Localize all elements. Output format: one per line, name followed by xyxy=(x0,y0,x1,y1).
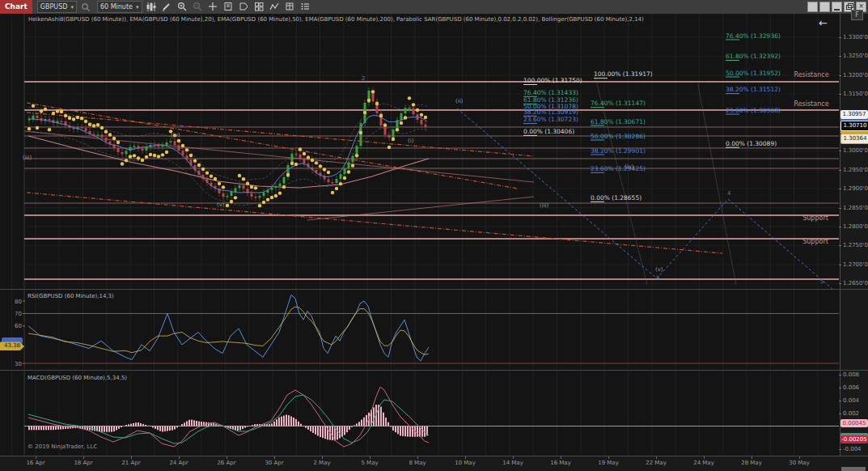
sr-zone-label: Resistance xyxy=(794,71,828,78)
time-axis-tick xyxy=(513,456,514,459)
multi-window-icon[interactable] xyxy=(252,2,265,13)
fib-level-label: 0.00% (1.30089) xyxy=(726,140,777,147)
fib-level-label: 38.20% (1.31512) xyxy=(726,86,781,93)
time-axis-label: 2 May xyxy=(313,460,330,466)
rsi-axis-tick: 70 xyxy=(15,311,22,317)
price-axis[interactable]: 1.3300'01.3250'01.3200'01.3150'01.3000'0… xyxy=(840,14,868,456)
fib-level-label: 76.40% (1.32936) xyxy=(726,32,781,40)
zigzag-line-icon[interactable] xyxy=(268,2,281,13)
macd-axis-tick: 0.008 xyxy=(843,371,859,378)
fib-level-label: 61.80% (1.32392) xyxy=(726,53,781,60)
time-axis-label: 10 May xyxy=(455,460,476,466)
time-axis-label: 30 May xyxy=(789,460,810,466)
time-axis-label: 16 May xyxy=(550,460,571,466)
time-axis-tick xyxy=(561,456,561,459)
macd-axis-tick: 0.002 xyxy=(843,410,859,417)
scrollbar-corner[interactable] xyxy=(841,467,866,471)
price-axis-tick: 1.2750'0 xyxy=(843,242,868,248)
sr-zone-label: Support xyxy=(802,214,828,222)
search-icon[interactable] xyxy=(79,2,92,13)
fib-level-label: 38.20% (1.30919) xyxy=(523,108,578,116)
time-axis-tick xyxy=(370,456,370,459)
pencil-draw-icon[interactable] xyxy=(160,2,173,13)
time-axis-tick xyxy=(465,456,466,459)
macd-axis-tick: 0.006 xyxy=(843,384,859,391)
rsi-svg: 80706030 xyxy=(0,290,840,370)
interval-dropdown[interactable]: 60 Minute ▾ xyxy=(97,1,142,13)
time-axis-label: 16 Apr xyxy=(26,460,44,466)
time-axis-tick xyxy=(227,456,227,459)
rsi-axis-tick: 80 xyxy=(15,299,22,305)
fib-level-label: 100.00% (1.31917) xyxy=(594,70,653,78)
wave-label: (iv) xyxy=(625,163,634,170)
time-axis-label: 8 May xyxy=(409,460,426,466)
fib-level-label: 76.40% (1.31433) xyxy=(523,89,578,96)
chart-tab[interactable]: Chart xyxy=(0,0,32,14)
fib-level-label: 100.00% (1.31750) xyxy=(523,77,582,84)
time-axis-label: 14 May xyxy=(502,460,523,466)
price-marker-black: 1.30710 xyxy=(840,121,868,131)
fib-level-label: 38.20% (1.29901) xyxy=(591,147,646,155)
time-axis-tick xyxy=(179,456,180,459)
rsi-axis-tick: 30 xyxy=(15,361,22,367)
time-axis-label: 28 May xyxy=(741,460,762,466)
chart-plot-area[interactable]: 100.00% (1.31750)76.40% (1.31433)61.80% … xyxy=(0,14,840,456)
pin-button[interactable] xyxy=(807,2,818,12)
time-axis-label: 24 May xyxy=(693,460,714,466)
price-axis-tick: 1.3200'0 xyxy=(843,72,868,78)
time-axis-label: 24 Apr xyxy=(169,460,188,466)
macd-hist-marker: 0.00045 xyxy=(840,419,868,427)
properties-list-icon[interactable] xyxy=(299,2,311,13)
panel-separator[interactable] xyxy=(0,370,868,371)
time-axis-tick xyxy=(417,456,418,459)
scroll-back-arrow-icon[interactable]: ← xyxy=(819,18,828,28)
price-axis-tick: 1.2700'0 xyxy=(843,261,868,268)
wave-label: (iv) xyxy=(171,132,180,138)
time-axis-label: 5 May xyxy=(361,460,378,466)
time-axis-tick xyxy=(752,456,752,459)
fib-level-label: 50.00% (1.30286) xyxy=(591,133,646,140)
price-marker-white: 1.30957 xyxy=(840,110,868,119)
wave-label: 4 xyxy=(727,190,731,197)
macd-value-marker: -0.00205 xyxy=(840,435,868,443)
wave-label: (iii) xyxy=(23,155,32,161)
main-price-svg: 100.00% (1.31750)76.40% (1.31433)61.80% … xyxy=(0,14,840,289)
time-axis[interactable]: 16 Apr18 Apr21 Apr24 Apr26 Apr30 Apr2 Ma… xyxy=(0,456,868,471)
fib-level-label: 23.60% (1.30968) xyxy=(726,107,781,114)
time-axis-tick xyxy=(322,456,323,459)
candlestick-chart-icon[interactable] xyxy=(145,2,158,13)
price-axis-tick: 1.2900'0 xyxy=(843,185,868,192)
price-axis-tick: 1.2850'0 xyxy=(843,205,868,211)
macd-axis-tick: -0.004 xyxy=(843,446,862,452)
alert-tag-icon[interactable] xyxy=(237,2,250,13)
data-grid-icon[interactable] xyxy=(283,2,296,13)
crosshair-plus-icon[interactable] xyxy=(206,2,219,13)
minimize-button[interactable] xyxy=(832,2,842,12)
wave-label: (v) xyxy=(217,202,225,208)
time-axis-label: 22 May xyxy=(646,460,667,466)
zoom-out-icon[interactable] xyxy=(191,2,204,13)
wave-label: (v) xyxy=(655,266,663,273)
sr-zone-label: Resistance xyxy=(794,100,828,108)
price-marker-cream: 1.30364 xyxy=(840,134,868,144)
macd-axis-tick: 0.004 xyxy=(843,397,859,404)
price-axis-tick: 1.2650'0 xyxy=(843,280,868,286)
time-axis-label: 26 Apr xyxy=(217,460,235,466)
time-axis-tick xyxy=(131,456,132,459)
time-axis-label: 21 Apr xyxy=(121,460,140,466)
copyright-text: © 2019 NinjaTrader, LLC xyxy=(28,443,97,450)
zoom-in-icon[interactable] xyxy=(176,2,188,13)
wave-label: 2 xyxy=(362,75,365,82)
toolbar-icon-row xyxy=(142,2,311,13)
fib-level-label: 61.80% (1.30671) xyxy=(591,118,646,125)
chevron-down-icon: ▾ xyxy=(70,4,74,11)
instrument-dropdown[interactable]: GBPUSD ▾ xyxy=(37,1,77,13)
fib-level-label: 76.40% (1.31147) xyxy=(591,100,646,107)
wave-label: 3 xyxy=(656,275,659,282)
time-axis-label: 19 May xyxy=(598,460,619,466)
axis-f-button[interactable]: F xyxy=(851,10,863,20)
style-button[interactable] xyxy=(819,2,830,12)
panel-separator[interactable] xyxy=(0,289,868,290)
chart-trader-icon[interactable] xyxy=(222,2,235,13)
wave-label: 5 xyxy=(820,278,824,285)
